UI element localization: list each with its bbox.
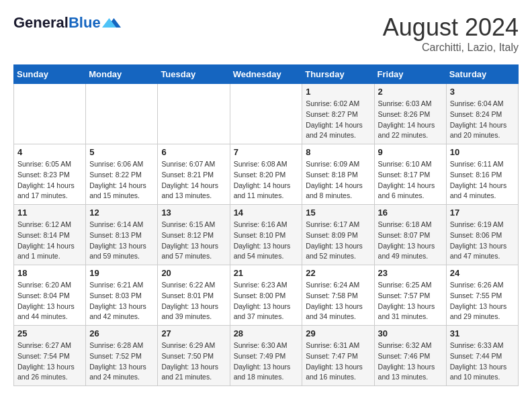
logo-icon: [102, 13, 121, 32]
day-info: Sunrise: 6:12 AMSunset: 8:14 PMDaylight:…: [17, 220, 82, 262]
day-info: Sunrise: 6:23 AMSunset: 8:00 PMDaylight:…: [234, 280, 299, 322]
day-number: 8: [306, 147, 370, 157]
day-info: Sunrise: 6:09 AMSunset: 8:18 PMDaylight:…: [306, 159, 370, 201]
day-info: Sunrise: 6:06 AMSunset: 8:22 PMDaylight:…: [89, 159, 154, 201]
day-number: 6: [161, 147, 226, 157]
day-info: Sunrise: 6:04 AMSunset: 8:24 PMDaylight:…: [450, 99, 515, 141]
day-number: 10: [450, 147, 515, 157]
logo-text: GeneralBlue: [13, 15, 101, 31]
day-info: Sunrise: 6:26 AMSunset: 7:55 PMDaylight:…: [450, 280, 515, 322]
calendar-cell: 14Sunrise: 6:16 AMSunset: 8:10 PMDayligh…: [230, 205, 302, 265]
day-number: 11: [17, 208, 82, 218]
calendar-cell: 19Sunrise: 6:21 AMSunset: 8:03 PMDayligh…: [86, 265, 158, 326]
calendar-cell: 21Sunrise: 6:23 AMSunset: 8:00 PMDayligh…: [230, 265, 302, 326]
day-info: Sunrise: 6:15 AMSunset: 8:12 PMDaylight:…: [161, 220, 226, 262]
calendar-cell: 13Sunrise: 6:15 AMSunset: 8:12 PMDayligh…: [158, 205, 230, 265]
calendar-cell: 6Sunrise: 6:07 AMSunset: 8:21 PMDaylight…: [158, 144, 230, 205]
day-info: Sunrise: 6:08 AMSunset: 8:20 PMDaylight:…: [234, 159, 299, 201]
calendar-week-3: 18Sunrise: 6:20 AMSunset: 8:04 PMDayligh…: [14, 265, 519, 326]
day-number: 12: [89, 208, 154, 218]
day-number: 25: [17, 328, 82, 338]
calendar-cell: 8Sunrise: 6:09 AMSunset: 8:18 PMDaylight…: [302, 144, 374, 205]
day-number: 1: [306, 87, 370, 97]
calendar-week-0: 1Sunrise: 6:02 AMSunset: 8:27 PMDaylight…: [14, 84, 519, 144]
calendar-cell: 3Sunrise: 6:04 AMSunset: 8:24 PMDaylight…: [446, 84, 518, 144]
day-number: 22: [306, 268, 370, 278]
calendar-cell: 9Sunrise: 6:10 AMSunset: 8:17 PMDaylight…: [374, 144, 446, 205]
day-number: 9: [378, 147, 443, 157]
day-number: 27: [161, 328, 226, 338]
day-number: 30: [378, 328, 443, 338]
day-info: Sunrise: 6:30 AMSunset: 7:49 PMDaylight:…: [234, 340, 299, 383]
day-number: 29: [306, 328, 370, 338]
day-info: Sunrise: 6:07 AMSunset: 8:21 PMDaylight:…: [161, 159, 226, 201]
day-number: 23: [378, 268, 443, 278]
day-number: 3: [450, 87, 515, 97]
day-info: Sunrise: 6:33 AMSunset: 7:44 PMDaylight:…: [450, 340, 515, 383]
calendar-cell: 30Sunrise: 6:32 AMSunset: 7:46 PMDayligh…: [374, 326, 446, 386]
logo: GeneralBlue: [13, 13, 121, 34]
calendar-cell: 4Sunrise: 6:05 AMSunset: 8:23 PMDaylight…: [14, 144, 86, 205]
day-number: 21: [234, 268, 299, 278]
calendar-cell: 16Sunrise: 6:18 AMSunset: 8:07 PMDayligh…: [374, 205, 446, 265]
calendar-cell: [158, 84, 230, 144]
day-info: Sunrise: 6:28 AMSunset: 7:52 PMDaylight:…: [89, 340, 154, 383]
day-number: 4: [17, 147, 82, 157]
day-number: 20: [161, 268, 226, 278]
day-header-thursday: Thursday: [302, 65, 374, 84]
day-header-monday: Monday: [86, 65, 158, 84]
day-number: 26: [89, 328, 154, 338]
calendar-week-2: 11Sunrise: 6:12 AMSunset: 8:14 PMDayligh…: [14, 205, 519, 265]
day-info: Sunrise: 6:19 AMSunset: 8:06 PMDaylight:…: [450, 220, 515, 262]
calendar-cell: 17Sunrise: 6:19 AMSunset: 8:06 PMDayligh…: [446, 205, 518, 265]
calendar-cell: [14, 84, 86, 144]
calendar-cell: 25Sunrise: 6:27 AMSunset: 7:54 PMDayligh…: [14, 326, 86, 386]
calendar-cell: 24Sunrise: 6:26 AMSunset: 7:55 PMDayligh…: [446, 265, 518, 326]
calendar-cell: 18Sunrise: 6:20 AMSunset: 8:04 PMDayligh…: [14, 265, 86, 326]
day-number: 14: [234, 208, 299, 218]
day-info: Sunrise: 6:27 AMSunset: 7:54 PMDaylight:…: [17, 340, 82, 383]
day-info: Sunrise: 6:31 AMSunset: 7:47 PMDaylight:…: [306, 340, 370, 383]
day-number: 31: [450, 328, 515, 338]
day-info: Sunrise: 6:14 AMSunset: 8:13 PMDaylight:…: [89, 220, 154, 262]
day-number: 7: [234, 147, 299, 157]
day-info: Sunrise: 6:24 AMSunset: 7:58 PMDaylight:…: [306, 280, 370, 322]
calendar-week-1: 4Sunrise: 6:05 AMSunset: 8:23 PMDaylight…: [14, 144, 519, 205]
calendar-cell: 29Sunrise: 6:31 AMSunset: 7:47 PMDayligh…: [302, 326, 374, 386]
calendar-cell: 20Sunrise: 6:22 AMSunset: 8:01 PMDayligh…: [158, 265, 230, 326]
day-info: Sunrise: 6:10 AMSunset: 8:17 PMDaylight:…: [378, 159, 443, 201]
day-info: Sunrise: 6:22 AMSunset: 8:01 PMDaylight:…: [161, 280, 226, 322]
title-block: August 2024 Carchitti, Lazio, Italy: [383, 13, 519, 54]
calendar-cell: 15Sunrise: 6:17 AMSunset: 8:09 PMDayligh…: [302, 205, 374, 265]
calendar-cell: 23Sunrise: 6:25 AMSunset: 7:57 PMDayligh…: [374, 265, 446, 326]
day-number: 15: [306, 208, 370, 218]
calendar-cell: [86, 84, 158, 144]
day-header-wednesday: Wednesday: [230, 65, 302, 84]
calendar-cell: 10Sunrise: 6:11 AMSunset: 8:16 PMDayligh…: [446, 144, 518, 205]
day-number: 18: [17, 268, 82, 278]
day-number: 17: [450, 208, 515, 218]
calendar-header-row: SundayMondayTuesdayWednesdayThursdayFrid…: [14, 65, 519, 84]
month-title: August 2024: [383, 13, 519, 42]
calendar-cell: 1Sunrise: 6:02 AMSunset: 8:27 PMDaylight…: [302, 84, 374, 144]
calendar-cell: 11Sunrise: 6:12 AMSunset: 8:14 PMDayligh…: [14, 205, 86, 265]
day-header-sunday: Sunday: [14, 65, 86, 84]
calendar-cell: 7Sunrise: 6:08 AMSunset: 8:20 PMDaylight…: [230, 144, 302, 205]
day-info: Sunrise: 6:29 AMSunset: 7:50 PMDaylight:…: [161, 340, 226, 383]
day-info: Sunrise: 6:32 AMSunset: 7:46 PMDaylight:…: [378, 340, 443, 383]
calendar-table: SundayMondayTuesdayWednesdayThursdayFrid…: [13, 64, 519, 386]
day-info: Sunrise: 6:20 AMSunset: 8:04 PMDaylight:…: [17, 280, 82, 322]
day-header-tuesday: Tuesday: [158, 65, 230, 84]
day-info: Sunrise: 6:18 AMSunset: 8:07 PMDaylight:…: [378, 220, 443, 262]
day-info: Sunrise: 6:05 AMSunset: 8:23 PMDaylight:…: [17, 159, 82, 201]
page-header: GeneralBlue August 2024 Carchitti, Lazio…: [13, 13, 519, 54]
day-info: Sunrise: 6:21 AMSunset: 8:03 PMDaylight:…: [89, 280, 154, 322]
calendar-cell: 12Sunrise: 6:14 AMSunset: 8:13 PMDayligh…: [86, 205, 158, 265]
calendar-cell: 26Sunrise: 6:28 AMSunset: 7:52 PMDayligh…: [86, 326, 158, 386]
day-info: Sunrise: 6:16 AMSunset: 8:10 PMDaylight:…: [234, 220, 299, 262]
calendar-week-4: 25Sunrise: 6:27 AMSunset: 7:54 PMDayligh…: [14, 326, 519, 386]
calendar-cell: [230, 84, 302, 144]
day-info: Sunrise: 6:17 AMSunset: 8:09 PMDaylight:…: [306, 220, 370, 262]
calendar-cell: 27Sunrise: 6:29 AMSunset: 7:50 PMDayligh…: [158, 326, 230, 386]
day-info: Sunrise: 6:11 AMSunset: 8:16 PMDaylight:…: [450, 159, 515, 201]
